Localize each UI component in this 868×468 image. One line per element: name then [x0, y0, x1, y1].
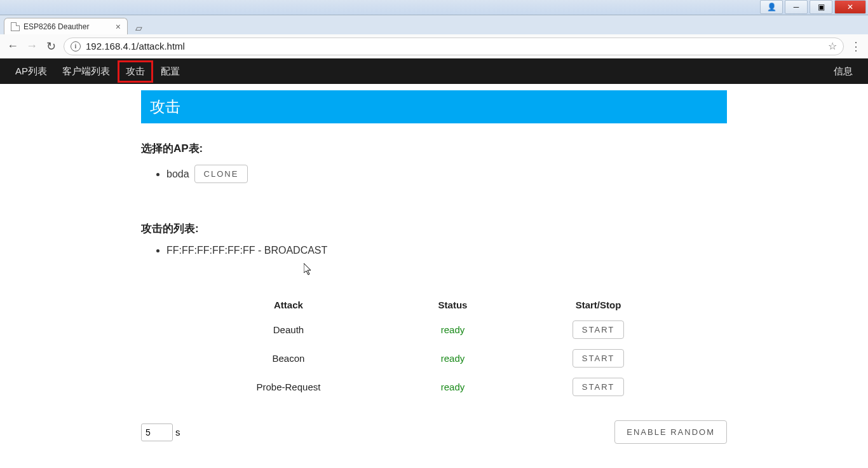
- table-row: Beacon ready START: [180, 344, 688, 373]
- app-navbar: AP列表 客户端列表 攻击 配置 信息: [0, 59, 868, 84]
- list-item: boda CLONE: [166, 165, 727, 183]
- url-text: 192.168.4.1/attack.html: [86, 41, 185, 52]
- page-icon: [11, 22, 20, 31]
- selected-ap-list: boda CLONE: [141, 165, 727, 183]
- attack-name: Probe-Request: [180, 373, 397, 401]
- forward-button[interactable]: →: [25, 39, 38, 53]
- interval-controls: s ENABLE RANDOM: [141, 420, 727, 444]
- nav-attack[interactable]: 攻击: [118, 60, 153, 83]
- table-row: Probe-Request ready START: [180, 373, 688, 401]
- attack-name: Deauth: [180, 315, 397, 344]
- url-field[interactable]: i 192.168.4.1/attack.html ☆: [64, 38, 844, 55]
- start-button[interactable]: START: [573, 349, 624, 368]
- start-button[interactable]: START: [573, 378, 624, 396]
- table-row: Deauth ready START: [180, 315, 688, 344]
- browser-menu-icon[interactable]: ⋮: [850, 39, 862, 53]
- attack-status: ready: [397, 315, 508, 344]
- close-tab-icon[interactable]: ×: [116, 22, 121, 32]
- nav-ap-list[interactable]: AP列表: [8, 60, 55, 83]
- attack-status: ready: [397, 373, 508, 401]
- nav-info[interactable]: 信息: [826, 60, 860, 83]
- site-info-icon[interactable]: i: [71, 41, 81, 52]
- bookmark-icon[interactable]: ☆: [828, 40, 837, 52]
- client-list: FF:FF:FF:FF:FF:FF - BROADCAST: [141, 245, 727, 256]
- browser-tab[interactable]: ESP8266 Deauther ×: [4, 18, 128, 34]
- interval-input[interactable]: [141, 423, 173, 441]
- user-button[interactable]: 👤: [760, 0, 783, 14]
- minimize-button[interactable]: ─: [785, 0, 808, 14]
- list-item: FF:FF:FF:FF:FF:FF - BROADCAST: [166, 245, 727, 256]
- selected-aps-heading: 选择的AP表:: [141, 141, 727, 156]
- content-scroll[interactable]: 攻击 选择的AP表: boda CLONE 攻击的列表: FF:FF:FF:FF…: [0, 84, 868, 468]
- attacks-table: Attack Status Start/Stop Deauth ready ST…: [180, 294, 688, 401]
- attack-list-heading: 攻击的列表:: [141, 221, 727, 236]
- page-title: 攻击: [141, 90, 727, 123]
- attack-name: Beacon: [180, 344, 397, 373]
- interval-unit: s: [175, 427, 180, 437]
- ap-name: boda: [166, 169, 189, 180]
- col-status: Status: [397, 294, 508, 315]
- reload-button[interactable]: ↻: [44, 39, 57, 53]
- window-titlebar: 👤 ─ ▣ ✕: [0, 0, 868, 15]
- back-button[interactable]: ←: [6, 39, 19, 53]
- tab-title: ESP8266 Deauther: [24, 22, 89, 31]
- col-attack: Attack: [180, 294, 397, 315]
- start-button[interactable]: START: [573, 320, 624, 339]
- new-tab-button[interactable]: ▱: [132, 22, 146, 34]
- enable-random-button[interactable]: ENABLE RANDOM: [614, 420, 727, 444]
- nav-settings[interactable]: 配置: [153, 60, 187, 83]
- close-window-button[interactable]: ✕: [834, 0, 866, 14]
- browser-tab-strip: ESP8266 Deauther × ▱: [0, 15, 868, 34]
- clone-button[interactable]: CLONE: [194, 165, 248, 183]
- maximize-button[interactable]: ▣: [810, 0, 832, 14]
- nav-client-list[interactable]: 客户端列表: [55, 60, 118, 83]
- col-startstop: Start/Stop: [508, 294, 688, 315]
- address-bar: ← → ↻ i 192.168.4.1/attack.html ☆ ⋮: [0, 34, 868, 59]
- attack-status: ready: [397, 344, 508, 373]
